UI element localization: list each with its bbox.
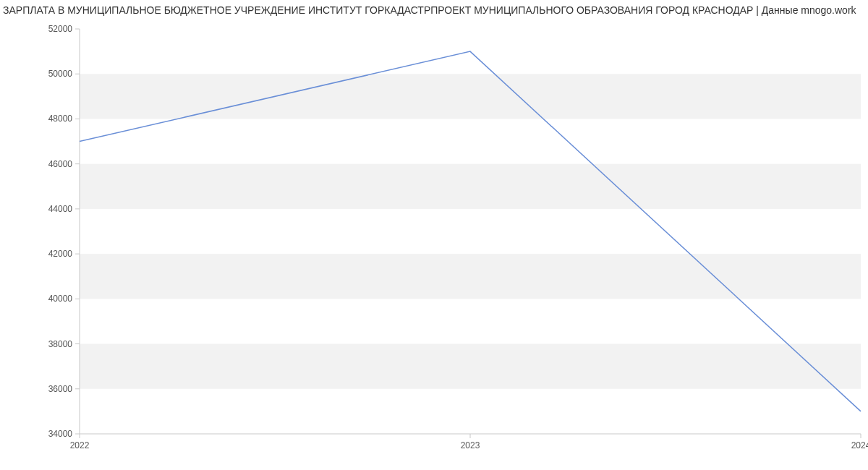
svg-text:52000: 52000	[48, 24, 73, 34]
svg-rect-3	[80, 74, 861, 119]
chart-svg: 3400036000380004000042000440004600048000…	[80, 29, 861, 434]
svg-text:2022: 2022	[70, 440, 90, 450]
svg-text:42000: 42000	[48, 249, 73, 259]
svg-text:48000: 48000	[48, 114, 73, 124]
svg-text:34000: 34000	[48, 429, 73, 439]
svg-text:40000: 40000	[48, 294, 73, 304]
svg-rect-0	[80, 344, 861, 389]
svg-text:46000: 46000	[48, 159, 73, 169]
svg-text:2024: 2024	[851, 440, 868, 450]
svg-text:44000: 44000	[48, 204, 73, 214]
svg-text:38000: 38000	[48, 339, 73, 349]
chart-title: ЗАРПЛАТА В МУНИЦИПАЛЬНОЕ БЮДЖЕТНОЕ УЧРЕЖ…	[0, 4, 868, 16]
svg-rect-1	[80, 254, 861, 299]
svg-text:50000: 50000	[48, 69, 73, 79]
chart-container: ЗАРПЛАТА В МУНИЦИПАЛЬНОЕ БЮДЖЕТНОЕ УЧРЕЖ…	[0, 0, 868, 470]
svg-rect-2	[80, 164, 861, 209]
svg-text:36000: 36000	[48, 384, 73, 394]
chart-plot-area: 3400036000380004000042000440004600048000…	[80, 29, 861, 434]
svg-text:2023: 2023	[461, 440, 480, 450]
